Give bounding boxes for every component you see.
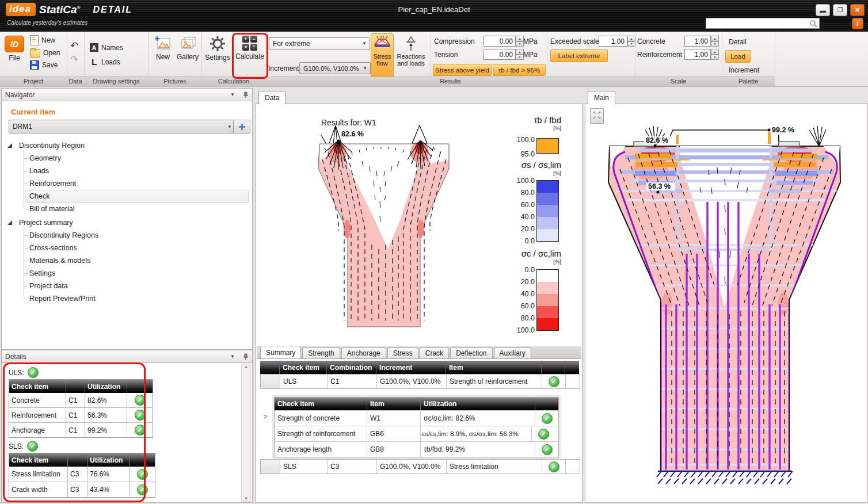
table-row[interactable]: Reinforcement C1 56.3% (9, 408, 153, 423)
exceeded-scale-value[interactable]: 1.00 (599, 36, 627, 47)
tab-auxiliary[interactable]: Auxiliary (494, 348, 531, 358)
stress-above-yield-toggle[interactable]: Stress above yield (433, 64, 492, 76)
palette-detail-button[interactable]: Detail (729, 38, 747, 46)
redo-button[interactable]: ↷ (70, 56, 78, 64)
minimize-button[interactable]: ▬ (816, 4, 830, 16)
scale-reinforcement-spinner[interactable]: 1.00 ▲▼ (684, 49, 719, 60)
tab-anchorage[interactable]: Anchorage (341, 348, 386, 358)
scale-concrete-value[interactable]: 1.00 (684, 36, 711, 47)
stress-flow-icon (373, 36, 391, 51)
tab-stress[interactable]: Stress (387, 348, 418, 358)
sls-summary-row[interactable]: SLS C3 G100.0%, V100.0% Stress limitatio… (260, 459, 580, 474)
reactions-loads-button[interactable]: Reactionsand loads (393, 33, 429, 77)
tab-main[interactable]: Main (588, 91, 615, 104)
pin-icon[interactable] (243, 91, 249, 98)
legend-column: τb / fbd [%] 100.0 95.0 σs / σs,lim [%] … (509, 112, 578, 348)
legend-c-unit: [%] (553, 258, 561, 265)
application-window: idea StatiCa® DETAIL Calculate yesterday… (0, 0, 868, 504)
table-row[interactable]: Anchorage length GB8 τb/fbd: 99.2% (275, 441, 558, 457)
palette-load-toggle[interactable]: Load (725, 50, 751, 63)
label-extreme-toggle[interactable]: Label extreme (550, 49, 608, 62)
details-scrollbar[interactable]: ▲▼ (241, 364, 251, 502)
palette-increment-button[interactable]: Increment (729, 66, 759, 74)
compression-value[interactable]: 0.00 (484, 36, 516, 47)
table-row[interactable]: Strength of reinforcement GB6 εs/εs,lim:… (275, 426, 558, 441)
stress-flow-toggle[interactable]: Stressflow (371, 33, 394, 77)
search-box[interactable] (706, 18, 820, 29)
navigator-header[interactable]: Navigator ▼ (2, 89, 252, 101)
tension-value[interactable]: 0.00 (484, 49, 516, 60)
tension-spin-arrows[interactable]: ▲▼ (516, 49, 524, 60)
tension-spinner[interactable]: 0.00 ▲▼ (484, 49, 524, 60)
main-figure[interactable]: 82.6 % 99.2 % 56.3 % (593, 113, 858, 490)
tab-strength[interactable]: Strength (302, 348, 340, 358)
file-button[interactable]: ID File (2, 33, 26, 78)
row-selector[interactable]: > (263, 412, 268, 421)
new-project-button[interactable]: New (30, 35, 55, 45)
close-button[interactable]: ✕ (850, 4, 865, 16)
open-folder-icon (30, 49, 40, 58)
tab-deflection[interactable]: Deflection (450, 348, 492, 358)
chevron-down-icon[interactable]: ▼ (230, 354, 235, 359)
col-check-item: Check item (275, 398, 367, 410)
calculate-button[interactable]: +−×÷ Calculate (235, 33, 265, 78)
uls-table-header: Check item Utilization (9, 380, 153, 393)
for-extreme-dropdown[interactable]: For extreme ▼ (269, 37, 370, 49)
nav-item-materials-models[interactable]: Materials & models (2, 254, 252, 267)
scale-concrete-arrows[interactable]: ▲▼ (711, 36, 719, 47)
table-row[interactable]: Crack width C3 43.4% (9, 482, 155, 497)
gear-icon (210, 36, 226, 52)
nav-item-settings[interactable]: Settings (2, 267, 252, 280)
tab-summary[interactable]: Summary (260, 346, 301, 358)
add-item-button[interactable] (233, 120, 250, 133)
nav-section-project-summary[interactable]: Project summary (2, 216, 252, 229)
tb-fbd-toggle[interactable]: τb / fbd > 95% (493, 64, 546, 76)
nav-item-discontinuity-regions[interactable]: Discontinuity Regions (2, 229, 252, 242)
loads-toggle[interactable]: L Loads (90, 57, 120, 67)
save-project-button[interactable]: Save (30, 60, 58, 70)
scale-reinforcement-value[interactable]: 1.00 (684, 49, 711, 60)
exceeded-scale-arrows[interactable]: ▲▼ (627, 36, 635, 47)
table-row[interactable]: Strength of concrete W1 σc/σc,lim: 82.6% (275, 410, 558, 426)
nav-item-check[interactable]: Check (2, 190, 252, 203)
details-header[interactable]: Details ▼ (2, 350, 252, 363)
fit-view-button[interactable]: ↖ ↗↙ ↘ (590, 108, 604, 124)
pin-icon[interactable] (243, 353, 249, 360)
legend-s-title: σs / σs,lim (521, 160, 561, 170)
tab-crack[interactable]: Crack (420, 348, 449, 358)
compression-spinner[interactable]: 0.00 ▲▼ (484, 36, 524, 47)
tab-data[interactable]: Data (258, 91, 285, 104)
nav-item-project-data[interactable]: Project data (2, 280, 252, 292)
nav-item-report-preview-print[interactable]: Report Preview/Print (2, 292, 252, 305)
group-label-calculation: Calculation (201, 77, 266, 86)
nav-item-cross-sections[interactable]: Cross-sections (2, 242, 252, 254)
current-item-dropdown[interactable]: DRM1 ▼ (9, 120, 235, 133)
table-row[interactable]: Anchorage C1 99.2% (9, 423, 153, 437)
scale-concrete-spinner[interactable]: 1.00 ▲▼ (684, 36, 719, 47)
search-input[interactable] (706, 20, 809, 27)
chevron-down-icon[interactable]: ▼ (230, 92, 235, 97)
exceeded-scale-spinner[interactable]: 1.00 ▲▼ (599, 36, 635, 47)
for-extreme-value: For extreme (273, 40, 310, 48)
picture-new-button[interactable]: New (152, 33, 174, 78)
expander-icon[interactable] (7, 220, 12, 225)
undo-button[interactable]: ↶ (70, 42, 78, 50)
info-button[interactable]: i (852, 18, 863, 29)
nav-section-discontinuity-region[interactable]: Discontinuity Region (2, 139, 252, 152)
nav-item-loads[interactable]: Loads (2, 165, 252, 177)
maximize-button[interactable]: ❐ (833, 4, 847, 16)
names-toggle[interactable]: A Names (90, 43, 123, 52)
compression-spin-arrows[interactable]: ▲▼ (516, 36, 524, 47)
uls-summary-row[interactable]: ULS C1 G100.0%, V100.0% Strength of rein… (260, 374, 580, 389)
nav-item-reinforcement[interactable]: Reinforcement (2, 177, 252, 190)
open-project-button[interactable]: Open (30, 48, 60, 58)
gallery-button[interactable]: Gallery (175, 33, 200, 78)
table-row[interactable]: Stress limitation C3 76.6% (9, 467, 155, 482)
expander-icon[interactable] (7, 143, 12, 148)
nav-item-geometry[interactable]: Geometry (2, 152, 252, 165)
increment-dropdown[interactable]: G100.0%, V100.0% ▼ (299, 62, 371, 74)
nav-item-bill-of-material[interactable]: Bill of material (2, 203, 252, 215)
table-row[interactable]: Concrete C1 82.6% (9, 393, 153, 408)
settings-button[interactable]: Settings (204, 33, 231, 78)
scale-reinforcement-arrows[interactable]: ▲▼ (711, 49, 719, 60)
